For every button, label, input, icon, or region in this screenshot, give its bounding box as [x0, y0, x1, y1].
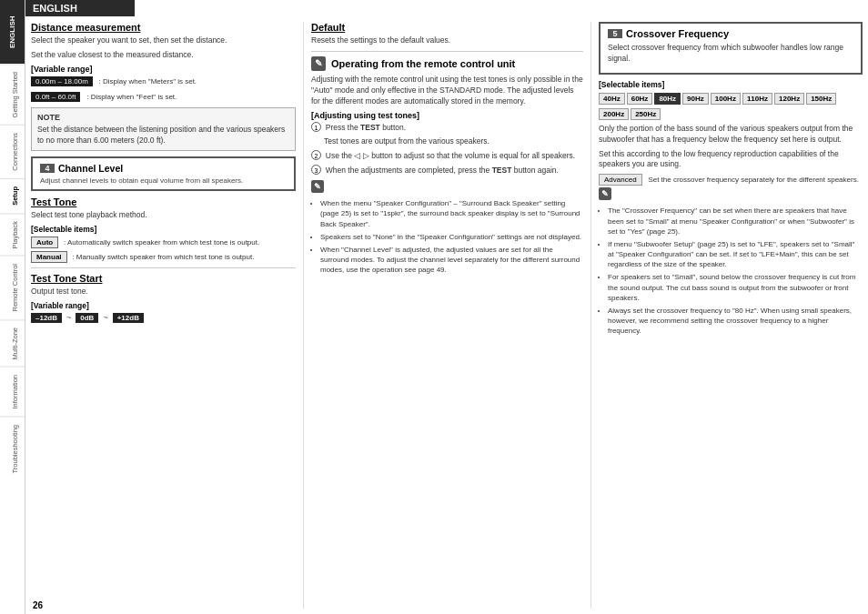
main-content: ENGLISH Distance measurement Select the …: [25, 0, 868, 614]
freq-200hz: 200Hz: [599, 108, 629, 120]
step1-row: 1 Press the TEST button.: [311, 122, 583, 134]
freq-90hz: 90Hz: [682, 93, 709, 105]
step3-row: 3 When the adjustments are completed, pr…: [311, 165, 583, 176]
bullet-item-3: When "Channel Level" is adjusted, the ad…: [320, 245, 583, 276]
step2-row: 2 Use the ◁ ▷ button to adjust so that t…: [311, 150, 583, 162]
adjusting-label: [Adjusting using test tones]: [311, 111, 583, 120]
operating-header: ✎ Operating from the remote control unit: [311, 56, 583, 71]
manual-desc: : Manually switch speaker from which tes…: [72, 253, 254, 261]
sidebar: ENGLISH Getting Started Connections Setu…: [0, 0, 25, 614]
freq-250hz: 250Hz: [631, 108, 661, 120]
range3-start: –12dB: [31, 313, 62, 323]
crossover-bullet-2: If menu "Subwoofer Setup" (page 25) is s…: [608, 239, 863, 270]
sidebar-items: Getting Started Connections Setup Playba…: [0, 64, 25, 614]
step1-num: 1: [311, 122, 321, 132]
channel-level-header: 4 Channel Level: [40, 163, 287, 174]
crossover-bullet-1: The "Crossover Frequency" can be set whe…: [608, 206, 863, 237]
selectable-items-label2: [Selectable items]: [599, 80, 863, 89]
freq-100hz: 100Hz: [711, 93, 741, 105]
crossover-bullet-3: For speakers set to "Small", sound below…: [608, 272, 863, 303]
range2-row: 0.0ft – 60.0ft : Display when "Feet" is …: [31, 91, 296, 104]
test-tone-start-title: Test Tone Start: [31, 273, 296, 284]
default-body: Resets the settings to the default value…: [311, 35, 583, 46]
crossover-header: 5 Crossover Frequency: [608, 28, 853, 39]
bullet-list: When the menu "Speaker Configuration" – …: [311, 198, 583, 275]
crossover-bullet-list: The "Crossover Frequency" can be set whe…: [599, 206, 863, 336]
sidebar-item-getting-started[interactable]: Getting Started: [0, 64, 25, 125]
operating-body: Adjusting with the remote control unit u…: [311, 75, 583, 107]
step3-num: 3: [311, 165, 321, 175]
step3-text: When the adjustments are completed, pres…: [326, 166, 559, 175]
crossover-body1: Only the portion of the bass sound of th…: [599, 124, 863, 146]
note-label: NOTE: [37, 113, 60, 122]
channel-level-box: 4 Channel Level Adjust channel levels to…: [31, 156, 296, 191]
divider2: [311, 51, 583, 52]
freq-items-row2: 200Hz 250Hz: [599, 108, 863, 120]
freq-80hz: 80Hz: [654, 93, 681, 105]
test-tone-body: Select test tone playback method.: [31, 210, 296, 221]
channel-title: Channel Level: [58, 163, 123, 174]
left-column: Distance measurement Select the speaker …: [31, 22, 304, 609]
step1-note: Test tones are output from the various s…: [324, 136, 583, 147]
advanced-desc: Set the crossover frequency separately f…: [648, 176, 859, 184]
step2-num: 2: [311, 150, 321, 160]
crossover-body2: Set this according to the low frequency …: [599, 149, 863, 171]
sidebar-item-setup[interactable]: Setup: [0, 178, 25, 213]
range1-box: 0.00m – 18.00m: [31, 76, 93, 86]
operating-icon: ✎: [311, 56, 326, 71]
freq-120hz: 120Hz: [774, 93, 804, 105]
distance-body1: Select the speaker you want to set, then…: [31, 35, 296, 46]
test-tone-title: Test Tone: [31, 196, 296, 207]
sidebar-item-remote-control[interactable]: Remote Control: [0, 256, 25, 319]
selectable-items-label1: [Selectable items]: [31, 225, 296, 234]
step2-text: Use the ◁ ▷ button to adjust so that the…: [326, 151, 575, 160]
sidebar-language-label: ENGLISH: [0, 0, 25, 64]
distance-measurement-title: Distance measurement: [31, 22, 296, 33]
note-text: Set the distance between the listening p…: [37, 125, 289, 146]
range3-row: –12dB ~ 0dB ~ +12dB: [31, 313, 296, 323]
note-icon-row2: ✎: [599, 187, 863, 203]
crossover-box: 5 Crossover Frequency Select crossover f…: [599, 22, 863, 75]
english-header: ENGLISH: [25, 0, 135, 16]
page-number: 26: [33, 600, 43, 610]
step1-note-text: Test tones are output from the various s…: [324, 136, 490, 146]
crossover-desc: Select crossover frequency from which su…: [608, 43, 853, 65]
advanced-row: Advanced Set the crossover frequency sep…: [599, 174, 863, 186]
right-column: 5 Crossover Frequency Select crossover f…: [599, 22, 863, 609]
auto-row: Auto : Automatically switch speaker from…: [31, 237, 296, 248]
auto-badge: Auto: [31, 237, 58, 248]
range3-tilde2: ~: [103, 313, 107, 322]
manual-badge: Manual: [31, 251, 67, 263]
sidebar-item-playback[interactable]: Playback: [0, 213, 25, 256]
freq-items-row1: 40Hz 60Hz 80Hz 90Hz 100Hz 110Hz 120Hz 15…: [599, 93, 863, 105]
crossover-num: 5: [608, 29, 622, 38]
range1-desc: : Display when "Meters" is set.: [99, 77, 197, 86]
sidebar-item-information[interactable]: Information: [0, 367, 25, 417]
bullet-item-2: Speakers set to "None" in the "Speaker C…: [320, 232, 583, 242]
crossover-title: Crossover Frequency: [626, 28, 729, 39]
freq-110hz: 110Hz: [742, 93, 772, 105]
range3-tilde1: ~: [66, 313, 71, 322]
middle-column: Default Resets the settings to the defau…: [311, 22, 591, 609]
channel-desc: Adjust channel levels to obtain equal vo…: [40, 176, 287, 185]
note-icon2: ✎: [599, 187, 611, 200]
auto-desc: : Automatically switch speaker from whic…: [64, 238, 259, 247]
range3-end: +12dB: [113, 313, 144, 323]
step1-text: Press the TEST button.: [326, 123, 406, 132]
content-area: Distance measurement Select the speaker …: [25, 16, 868, 614]
sidebar-item-connections[interactable]: Connections: [0, 125, 25, 178]
manual-row: Manual : Manually switch speaker from wh…: [31, 251, 296, 263]
freq-40hz: 40Hz: [599, 93, 625, 105]
sidebar-item-multi-zone[interactable]: Multi-Zone: [0, 319, 25, 367]
range2-desc: : Display when "Feet" is set.: [86, 93, 177, 101]
variable-range2-label: [Variable range]: [31, 301, 296, 310]
note-box: NOTE Set the distance between the listen…: [31, 107, 296, 151]
sidebar-item-troubleshooting[interactable]: Troubleshooting: [0, 417, 25, 481]
test-tone-start-body: Output test tone.: [31, 287, 296, 297]
note-icon1: ✎: [311, 180, 324, 193]
note-icon-row: ✎: [311, 180, 583, 196]
bullet-item-1: When the menu "Speaker Configuration" – …: [320, 198, 583, 229]
operating-title: Operating from the remote control unit: [331, 58, 515, 69]
freq-60hz: 60Hz: [627, 93, 653, 105]
range3-mid: 0dB: [76, 313, 98, 323]
